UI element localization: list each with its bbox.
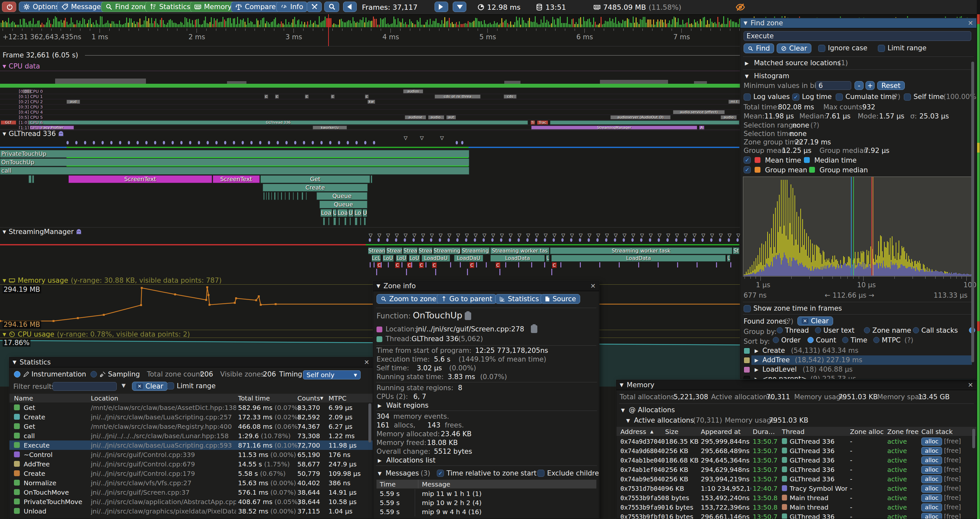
message-marker-icon[interactable]: ▽ (684, 232, 688, 238)
sample-dot[interactable] (294, 141, 296, 144)
sample-dot[interactable] (632, 238, 634, 242)
stats-scrollbar[interactable] (368, 404, 371, 442)
sample-dot[interactable] (320, 141, 323, 144)
cpu-usage-header[interactable]: ▼ CPU usage (y-range: 0.78%, visible dat… (3, 331, 190, 338)
sample-dot[interactable] (215, 141, 218, 144)
sample-dot[interactable] (154, 141, 156, 144)
message-marker-icon[interactable]: ▽ (649, 232, 653, 238)
sample-dot[interactable] (312, 141, 314, 144)
sample-dot[interactable] (553, 238, 555, 242)
tree-label[interactable]: Wait regions (386, 401, 428, 409)
cumulate-help-hint[interactable]: (?) (891, 93, 900, 101)
sample-dot[interactable] (242, 141, 244, 144)
active-allocations-collapse-icon[interactable]: ▼ (626, 418, 630, 423)
cpu-zone[interactable]: audio. (428, 115, 444, 120)
messages-table-header[interactable]: Time Message (377, 480, 597, 489)
tree-expand-icon[interactable]: ▶ (755, 367, 759, 373)
zone[interactable] (289, 192, 290, 200)
thread-value[interactable]: GLThread 336 (412, 335, 458, 343)
find-zone-histogram[interactable] (743, 177, 972, 276)
bin-reset-button[interactable]: Reset (877, 81, 905, 90)
group-by-option[interactable]: Thread (785, 327, 809, 334)
sample-dot[interactable] (137, 141, 139, 144)
cpu-zone[interactable]: c (275, 94, 279, 99)
sample-dot[interactable] (180, 141, 183, 144)
sample-dot[interactable] (474, 238, 476, 242)
cpu-zone[interactable]: audiose (405, 115, 426, 120)
zone[interactable]: Streaming worker tas (490, 248, 549, 254)
timing-dropdown[interactable]: Self only▼ (303, 370, 361, 379)
stats-table-header[interactable]: Name Location Total time Counts ▼ MTPC (10, 394, 373, 402)
sample-dot[interactable] (737, 238, 739, 242)
message-marker-icon[interactable]: ▽ (439, 232, 443, 238)
zone[interactable] (274, 192, 276, 200)
stats-clear-button[interactable]: ✕ Clear (132, 382, 168, 391)
zone[interactable] (360, 217, 361, 225)
sample-dot[interactable] (439, 238, 441, 242)
power-button[interactable] (2, 2, 16, 12)
memory-scrollbar[interactable] (972, 429, 975, 448)
bin-minus-button[interactable]: - (854, 81, 864, 90)
message-marker-icon[interactable]: ▽ (500, 232, 504, 238)
copy-clipboard-icon[interactable] (465, 312, 471, 320)
close-icon[interactable]: ✕ (968, 19, 973, 27)
message-marker-icon[interactable]: ▽ (737, 232, 740, 238)
sample-dot[interactable] (119, 141, 121, 144)
sort-by-option[interactable]: Order (781, 336, 801, 344)
zone[interactable]: LoadDaU (454, 255, 483, 262)
message-row[interactable]: 5.59 smip 9 w 4 h 4 (16) (377, 507, 597, 516)
message-marker-icon[interactable]: ▽ (544, 232, 548, 238)
sample-dot[interactable] (163, 141, 165, 144)
zone[interactable]: Queue (317, 192, 368, 200)
memory-table-row[interactable]: 0x7553b9fbf016 bytes296,661,146ns13:50.7… (616, 512, 977, 519)
cpu-zone[interactable]: Trac (537, 120, 548, 125)
memory-button[interactable]: Memory (190, 2, 236, 12)
zone[interactable]: Streaming (461, 248, 490, 254)
message-marker-icon[interactable]: ▽ (517, 232, 522, 238)
prev-frame-button[interactable] (343, 2, 357, 12)
sort-by-radio[interactable] (842, 337, 848, 343)
stats-table-row[interactable]: Executejni/../jni/src/claw/base/LuaScrip… (10, 441, 373, 450)
selection-range-hint[interactable]: (?) (810, 121, 819, 129)
cpu-zone[interactable]: c (264, 94, 268, 99)
sample-dot[interactable] (347, 141, 349, 144)
alloc-callstack-button[interactable]: alloc (921, 447, 942, 455)
message-marker-icon[interactable]: ▽ (386, 232, 390, 238)
cpu-zone[interactable]: cds (504, 94, 517, 99)
sample-dot[interactable] (412, 238, 415, 242)
go-to-parent-button[interactable]: ↑ Go to parent (437, 294, 496, 304)
sort-by-radio[interactable] (873, 337, 880, 343)
zone[interactable]: LoU (409, 255, 420, 262)
stats-table-row[interactable]: Createjni/../jni/src/guif/Control.cpp:17… (10, 469, 373, 478)
message-marker-icon[interactable]: ▽ (420, 135, 424, 141)
message-marker-icon[interactable]: ▽ (579, 232, 583, 238)
message-marker-icon[interactable]: ▽ (482, 232, 487, 238)
cpu-zone[interactable]: audio (721, 115, 737, 120)
message-marker-icon[interactable]: ▽ (702, 232, 705, 238)
zone-statistics-button[interactable]: Statistics (495, 294, 543, 304)
function-name[interactable]: OnTouchUp (413, 310, 463, 320)
group-by-option[interactable]: Call stacks (921, 327, 958, 334)
sample-dot[interactable] (386, 238, 388, 242)
sample-dot[interactable] (355, 141, 358, 144)
zone[interactable]: C (395, 262, 400, 268)
zone[interactable]: Strear (386, 248, 402, 254)
sample-dot[interactable] (75, 141, 78, 144)
sample-dot[interactable] (128, 141, 130, 144)
message-marker-icon[interactable]: ▽ (412, 232, 417, 238)
zone-block[interactable] (0, 158, 469, 166)
zone-info-titlebar[interactable]: ▼ Zone info ✕ (373, 281, 599, 291)
stats-table-row[interactable]: Get/mnt/e/claw/src/claw/base/Registry.hp… (10, 422, 373, 431)
message-marker-icon[interactable]: ▽ (693, 232, 697, 238)
find-limit-range-checkbox[interactable] (878, 45, 885, 52)
sample-dot[interactable] (640, 238, 643, 242)
memory-table-row[interactable]: 0x74a9d68040256 KB295,668,489ns13:50.7GL… (616, 446, 977, 455)
sort-by-option[interactable]: Count (816, 336, 836, 344)
sort-by-option[interactable]: MTPC (882, 336, 900, 344)
sample-dot[interactable] (544, 238, 546, 242)
filter-funnel-icon[interactable]: ▼ (122, 382, 126, 388)
memory-table-row[interactable]: 0x74a9d37040186.35 KB295,999,844ns13:50.… (616, 436, 977, 446)
sample-dot[interactable] (259, 141, 261, 144)
tools-button[interactable] (307, 2, 322, 12)
message-marker-icon[interactable]: ▽ (728, 232, 732, 238)
